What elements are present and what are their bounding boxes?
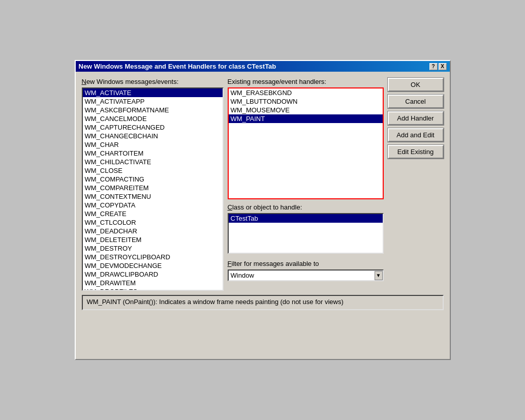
title-bar-title: New Windows Message and Event Handlers f…: [79, 63, 429, 70]
title-bar: New Windows Message and Event Handlers f…: [76, 61, 450, 72]
list-item[interactable]: WM_CAPTURECHANGED: [83, 123, 223, 132]
right-panel: OK Cancel Add Handler Add and Edit Edit …: [388, 78, 444, 291]
main-layout: New Windows messages/events: WM_ACTIVATE…: [82, 78, 444, 291]
add-and-edit-button[interactable]: Add and Edit: [388, 128, 444, 142]
list-item[interactable]: WM_ACTIVATEAPP: [83, 97, 223, 106]
list-item[interactable]: WM_PAINT: [229, 114, 383, 123]
cancel-button[interactable]: Cancel: [388, 95, 444, 108]
list-item[interactable]: WM_DESTROYCLIPBOARD: [83, 253, 223, 261]
list-item[interactable]: WM_CLOSE: [83, 166, 223, 175]
list-item[interactable]: WM_DRAWITEM: [83, 279, 223, 287]
list-item[interactable]: WM_COMPAREITEM: [83, 184, 223, 192]
list-item[interactable]: WM_CHANGECBCHAIN: [83, 132, 223, 140]
ok-button[interactable]: OK: [388, 78, 444, 92]
list-item[interactable]: WM_DRAWCLIPBOARD: [83, 270, 223, 279]
edit-existing-button[interactable]: Edit Existing: [388, 145, 444, 159]
middle-panel: Existing message/event handlers: WM_ERAS…: [228, 78, 384, 291]
list-item[interactable]: WM_CHILDACTIVATE: [83, 158, 223, 166]
list-item[interactable]: WM_MOUSEMOVE: [229, 106, 383, 114]
filter-label: Filter for messages available to: [228, 260, 384, 267]
class-section: Class or object to handle: CTestTab: [228, 203, 384, 254]
list-item[interactable]: WM_COMPACTING: [83, 175, 223, 184]
list-item[interactable]: WM_DEVMODECHANGE: [83, 261, 223, 270]
list-item[interactable]: WM_CANCELMODE: [83, 114, 223, 123]
list-item[interactable]: WM_CREATE: [83, 209, 223, 218]
list-item[interactable]: CTestTab: [229, 214, 383, 223]
existing-handlers-section: Existing message/event handlers: WM_ERAS…: [228, 78, 384, 199]
list-item[interactable]: WM_COPYDATA: [83, 201, 223, 209]
class-listbox[interactable]: CTestTab: [228, 213, 384, 254]
list-item[interactable]: WM_DESTROY: [83, 244, 223, 253]
close-button[interactable]: X: [439, 63, 447, 70]
add-handler-button[interactable]: Add Handler: [388, 111, 444, 125]
list-item[interactable]: WM_CTLCOLOR: [83, 218, 223, 227]
filter-select-wrapper: Window ▼: [228, 269, 384, 281]
list-item[interactable]: WM_CONTEXTMENU: [83, 192, 223, 201]
dialog-window: New Windows Message and Event Handlers f…: [75, 60, 451, 360]
existing-handlers-listbox[interactable]: WM_ERASEBKGNDWM_LBUTTONDOWNWM_MOUSEMOVEW…: [228, 87, 384, 199]
list-item[interactable]: WM_LBUTTONDOWN: [229, 97, 383, 106]
list-item[interactable]: WM_DROPFILES: [83, 287, 223, 291]
dialog-content: New Windows messages/events: WM_ACTIVATE…: [76, 72, 450, 314]
title-bar-buttons: ? X: [429, 63, 447, 70]
list-item[interactable]: WM_ASKCBFORMATNAME: [83, 106, 223, 114]
status-text: WM_PAINT (OnPaint()): Indicates a window…: [87, 298, 344, 306]
help-button[interactable]: ?: [429, 63, 438, 70]
list-item[interactable]: WM_ERASEBKGND: [229, 88, 383, 97]
list-item[interactable]: WM_CHARTOITEM: [83, 149, 223, 158]
left-panel: New Windows messages/events: WM_ACTIVATE…: [82, 78, 224, 291]
class-label: Class or object to handle:: [228, 203, 384, 211]
list-item[interactable]: WM_DEADCHAR: [83, 227, 223, 235]
list-item[interactable]: WM_CHAR: [83, 140, 223, 149]
filter-section: Filter for messages available to Window …: [228, 260, 384, 281]
new-messages-label: New Windows messages/events:: [82, 78, 224, 85]
filter-select[interactable]: Window: [228, 269, 384, 281]
existing-handlers-label: Existing message/event handlers:: [228, 78, 384, 85]
new-messages-listbox[interactable]: WM_ACTIVATEWM_ACTIVATEAPPWM_ASKCBFORMATN…: [82, 87, 224, 291]
list-item[interactable]: WM_ACTIVATE: [83, 88, 223, 97]
list-item[interactable]: WM_DELETEITEM: [83, 235, 223, 244]
status-bar: WM_PAINT (OnPaint()): Indicates a window…: [82, 295, 444, 310]
